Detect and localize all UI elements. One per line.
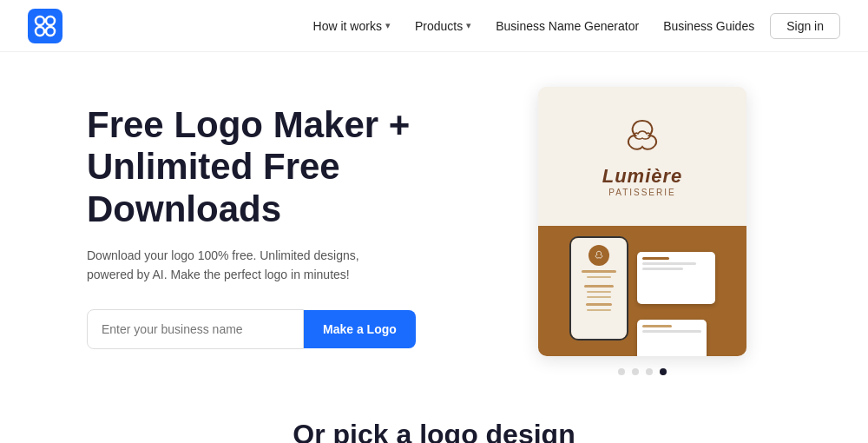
phone-mockup bbox=[569, 236, 628, 341]
nav-how-it-works[interactable]: How it works ▾ bbox=[305, 14, 399, 38]
card-line-1 bbox=[642, 257, 669, 260]
preview-top: Lumière Patisserie bbox=[538, 87, 746, 226]
svg-rect-0 bbox=[28, 9, 62, 43]
hero-preview: Lumière Patisserie bbox=[538, 87, 746, 375]
hero-title: Free Logo Maker + Unlimited Free Downloa… bbox=[87, 104, 503, 230]
phone-text-6 bbox=[586, 303, 613, 306]
phone-text-5 bbox=[587, 296, 611, 298]
dot-4[interactable] bbox=[660, 368, 667, 375]
dot-1[interactable] bbox=[618, 368, 625, 375]
phone-text-3 bbox=[584, 285, 614, 288]
hero-description: Download your logo 100% free. Unlimited … bbox=[87, 246, 399, 285]
phone-logo bbox=[589, 245, 609, 266]
bottom-section: Or pick a logo design bbox=[0, 401, 868, 443]
card-line-5 bbox=[642, 330, 701, 333]
card-line-3 bbox=[642, 268, 683, 270]
preview-bottom bbox=[538, 226, 746, 356]
phone-text-4 bbox=[587, 291, 611, 293]
card-mockup-2 bbox=[637, 320, 707, 356]
nav-business-name-generator[interactable]: Business Name Generator bbox=[487, 14, 648, 38]
phone-text-7 bbox=[587, 309, 611, 311]
phone-screen bbox=[571, 238, 627, 339]
card-line-2 bbox=[642, 262, 696, 265]
logo[interactable] bbox=[28, 9, 62, 43]
business-card-mockup bbox=[637, 252, 715, 304]
nav-links: How it works ▾ Products ▾ Business Name … bbox=[305, 13, 840, 39]
dot-3[interactable] bbox=[646, 368, 653, 375]
carousel-dots bbox=[618, 368, 667, 375]
dot-2[interactable] bbox=[632, 368, 639, 375]
hero-content: Free Logo Maker + Unlimited Free Downloa… bbox=[87, 87, 503, 349]
nav-business-guides[interactable]: Business Guides bbox=[654, 14, 763, 38]
preview-brand-subtitle: Patisserie bbox=[608, 188, 675, 197]
chevron-down-icon: ▾ bbox=[385, 20, 391, 31]
chevron-down-icon: ▾ bbox=[466, 20, 471, 31]
logo-icon bbox=[28, 9, 62, 43]
make-logo-button[interactable]: Make a Logo bbox=[304, 310, 416, 348]
hero-form: Make a Logo bbox=[87, 309, 503, 349]
preview-card: Lumière Patisserie bbox=[538, 87, 746, 356]
card-line-4 bbox=[642, 325, 672, 327]
navbar: How it works ▾ Products ▾ Business Name … bbox=[0, 0, 868, 52]
hero-section: Free Logo Maker + Unlimited Free Downloa… bbox=[0, 52, 868, 401]
signin-button[interactable]: Sign in bbox=[770, 13, 840, 39]
phone-text-2 bbox=[587, 276, 611, 278]
lumiere-logo-icon bbox=[616, 116, 668, 160]
bottom-title: Or pick a logo design bbox=[0, 419, 868, 443]
business-name-input[interactable] bbox=[87, 309, 304, 349]
phone-text-1 bbox=[582, 270, 615, 273]
preview-brand-name: Lumière bbox=[602, 165, 683, 188]
nav-products[interactable]: Products ▾ bbox=[406, 14, 480, 38]
